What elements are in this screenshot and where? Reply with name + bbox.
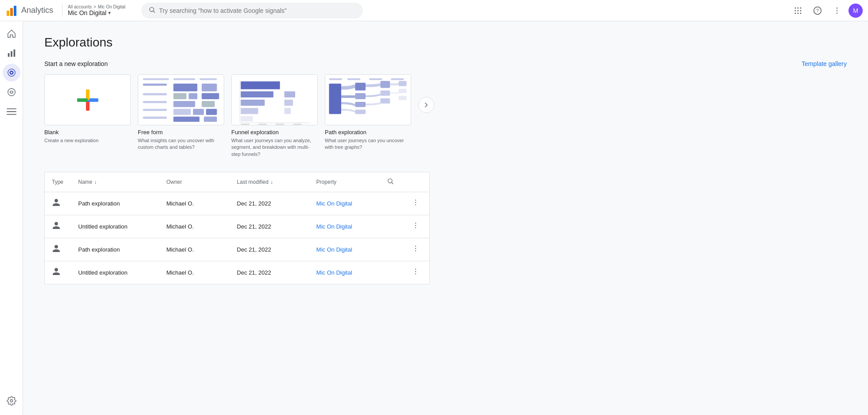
freeform-preview-svg — [138, 75, 224, 125]
svg-rect-26 — [7, 109, 16, 109]
svg-rect-47 — [143, 109, 167, 111]
svg-rect-68 — [293, 124, 302, 125]
svg-rect-61 — [284, 100, 293, 106]
col-modified-sort[interactable]: Last modified ↓ — [237, 179, 302, 185]
svg-rect-48 — [173, 109, 191, 115]
row-more-button[interactable] — [409, 244, 422, 256]
svg-rect-37 — [143, 84, 167, 86]
svg-rect-44 — [143, 101, 167, 103]
row-type-cell — [45, 192, 71, 215]
svg-rect-67 — [276, 124, 284, 125]
svg-text:?: ? — [816, 8, 819, 13]
svg-point-97 — [415, 271, 416, 272]
path-card[interactable]: Path exploration What user journeys can … — [325, 74, 411, 151]
svg-rect-40 — [143, 93, 167, 95]
svg-rect-50 — [206, 109, 217, 115]
row-type-cell — [45, 261, 71, 284]
search-input[interactable] — [159, 7, 356, 14]
breadcrumb-parent: All accounts > Mic On Digital — [68, 4, 125, 9]
svg-rect-43 — [202, 93, 219, 99]
breadcrumb-caret: ▾ — [108, 10, 111, 16]
path-card-image[interactable] — [325, 74, 411, 125]
row-type-cell — [45, 215, 71, 238]
col-name-header[interactable]: Name ↓ — [71, 172, 159, 192]
ga-logo — [5, 4, 18, 17]
row-modified-cell: Dec 21, 2022 — [230, 261, 309, 284]
table-row[interactable]: Untitled exploration Michael O. Dec 21, … — [45, 215, 430, 238]
more-options-button[interactable] — [829, 3, 845, 19]
row-name-cell[interactable]: Path exploration — [71, 192, 159, 215]
svg-rect-58 — [241, 108, 258, 114]
svg-rect-75 — [355, 83, 366, 91]
svg-point-87 — [415, 200, 416, 201]
row-more-button[interactable] — [409, 221, 422, 233]
table-row[interactable]: Path exploration Michael O. Dec 21, 2022… — [45, 238, 430, 261]
svg-rect-27 — [7, 111, 16, 112]
svg-line-4 — [153, 11, 155, 12]
svg-rect-83 — [399, 89, 407, 93]
svg-rect-74 — [329, 84, 342, 114]
col-name-sort[interactable]: Name ↓ — [78, 179, 152, 185]
sidebar-item-advertising[interactable] — [3, 83, 20, 101]
breadcrumb-current[interactable]: Mic On Digital ▾ — [68, 9, 125, 16]
freeform-card[interactable]: Free form What insights can you uncover … — [138, 74, 224, 151]
row-name-cell[interactable]: Path exploration — [71, 238, 159, 261]
blank-card[interactable]: Blank Create a new exploration — [44, 74, 131, 144]
svg-rect-80 — [381, 90, 390, 96]
row-property-cell[interactable]: Mic On Digital — [309, 192, 380, 215]
svg-rect-46 — [202, 101, 214, 107]
funnel-card-desc: What user journeys can you analyze, segm… — [231, 137, 318, 158]
funnel-card-image[interactable] — [231, 74, 318, 125]
sidebar-item-configure[interactable] — [3, 103, 20, 120]
svg-rect-38 — [173, 84, 197, 92]
table-row[interactable]: Untitled exploration Michael O. Dec 21, … — [45, 261, 430, 284]
svg-rect-72 — [369, 78, 382, 80]
start-new-label: Start a new exploration — [44, 60, 108, 67]
row-more-cell[interactable] — [402, 192, 430, 215]
svg-point-16 — [837, 7, 838, 8]
sidebar-item-reports[interactable] — [3, 44, 20, 62]
sidebar-item-settings[interactable] — [3, 392, 20, 410]
row-owner-cell: Michael O. — [159, 192, 230, 215]
row-more-button[interactable] — [409, 198, 422, 209]
row-more-button[interactable] — [409, 267, 422, 279]
row-name-cell[interactable]: Untitled exploration — [71, 261, 159, 284]
help-button[interactable]: ? — [810, 3, 825, 19]
avatar[interactable]: M — [849, 4, 863, 18]
sidebar-item-explore[interactable] — [3, 64, 20, 81]
svg-point-12 — [798, 12, 799, 14]
logo-area: Analytics — [5, 4, 53, 17]
template-gallery-link[interactable]: Template gallery — [802, 60, 847, 67]
row-property-cell[interactable]: Mic On Digital — [309, 261, 380, 284]
freeform-card-image[interactable] — [138, 74, 224, 125]
row-more-cell[interactable] — [402, 261, 430, 284]
row-more-cell[interactable] — [402, 215, 430, 238]
col-search-header[interactable] — [380, 172, 402, 192]
table-search-button[interactable] — [387, 178, 394, 186]
row-more-cell[interactable] — [402, 238, 430, 261]
svg-rect-2 — [14, 6, 16, 16]
funnel-card-title: Funnel exploration — [231, 129, 318, 136]
blank-card-title: Blank — [44, 129, 131, 136]
row-owner-cell: Michael O. — [159, 215, 230, 238]
carousel-next-button[interactable] — [418, 97, 434, 113]
explorations-table: Type Name ↓ Owner Last modified ↓ — [44, 172, 430, 284]
svg-rect-66 — [258, 124, 267, 125]
svg-rect-19 — [8, 53, 9, 57]
row-property-cell[interactable]: Mic On Digital — [309, 238, 380, 261]
row-property-cell[interactable]: Mic On Digital — [309, 215, 380, 238]
apps-button[interactable] — [790, 3, 806, 19]
funnel-card[interactable]: Funnel exploration What user journeys ca… — [231, 74, 318, 158]
search-bar[interactable] — [141, 3, 363, 19]
row-name-cell[interactable]: Untitled exploration — [71, 215, 159, 238]
svg-rect-76 — [355, 93, 366, 99]
svg-rect-79 — [381, 81, 390, 88]
svg-rect-82 — [399, 81, 407, 86]
table-row[interactable]: Path exploration Michael O. Dec 21, 2022… — [45, 192, 430, 215]
svg-rect-21 — [13, 50, 15, 57]
blank-card-image[interactable] — [44, 74, 131, 125]
sidebar-item-home[interactable] — [3, 25, 20, 43]
svg-point-93 — [415, 246, 416, 247]
col-modified-header[interactable]: Last modified ↓ — [230, 172, 309, 192]
svg-rect-70 — [329, 78, 342, 80]
